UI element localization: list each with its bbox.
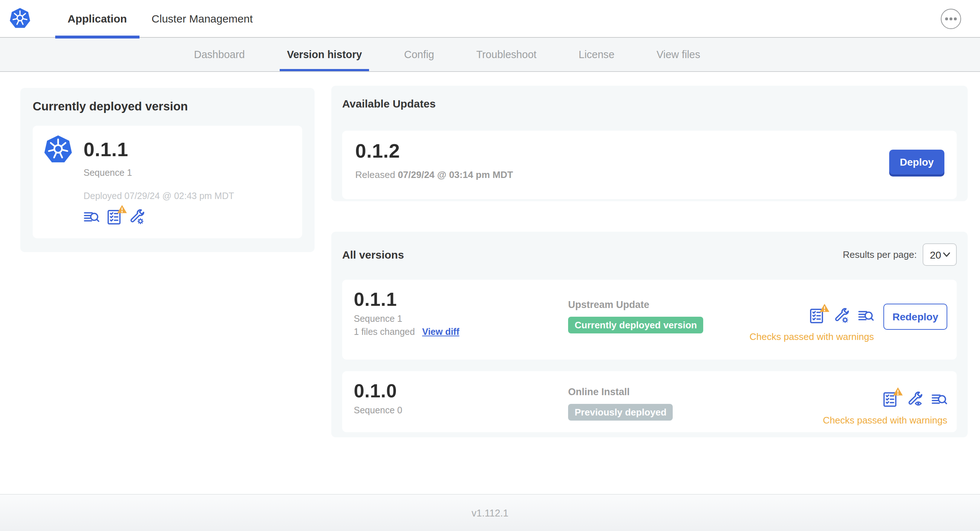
current-version-deployed-timestamp: Deployed 07/29/24 @ 02:43 pm MDT <box>84 191 292 201</box>
currently-deployed-card: Currently deployed version 0.1.1 Sequenc… <box>20 88 315 252</box>
current-version-sequence: Sequence 1 <box>84 168 292 178</box>
row-sequence: Sequence 0 <box>354 405 402 415</box>
subnav-item-version-history[interactable]: Version history <box>280 38 369 71</box>
deploy-button[interactable]: Deploy <box>889 149 944 174</box>
subnav-item-troubleshoot[interactable]: Troubleshoot <box>469 38 544 71</box>
ellipsis-icon <box>945 18 948 20</box>
warning-triangle-icon <box>893 386 903 396</box>
row-files-changed: 1 files changed <box>354 327 415 337</box>
update-row: 0.1.2 Released 07/29/24 @ 03:14 pm MDT D… <box>342 131 957 199</box>
redeploy-button[interactable]: Redeploy <box>883 304 947 330</box>
logs-icon[interactable] <box>84 209 100 225</box>
available-updates-title: Available Updates <box>342 97 957 110</box>
subnav-item-view-files[interactable]: View files <box>649 38 708 71</box>
logs-icon[interactable] <box>931 391 947 407</box>
status-badge-previously-deployed: Previously deployed <box>568 404 673 421</box>
preflight-status-text: Checks passed with warnings <box>750 331 874 342</box>
subnav-item-license[interactable]: License <box>571 38 622 71</box>
more-menu-button[interactable] <box>941 9 961 29</box>
subnav-item-config[interactable]: Config <box>397 38 442 71</box>
results-per-page-label: Results per page: <box>843 249 917 260</box>
preflight-checks-icon[interactable] <box>882 391 898 407</box>
row-source-label: Online Install <box>568 386 673 397</box>
header-tabs: Application Cluster Management <box>55 0 265 37</box>
update-released-timestamp: Released 07/29/24 @ 03:14 pm MDT <box>355 169 944 180</box>
preflight-status-text: Checks passed with warnings <box>823 415 948 426</box>
update-version-number: 0.1.2 <box>355 140 944 163</box>
config-wrench-gear-icon[interactable] <box>833 308 849 324</box>
kubernetes-logo-icon <box>9 7 31 30</box>
warning-triangle-icon <box>819 303 830 312</box>
results-per-page-select[interactable]: 20 <box>923 243 957 266</box>
row-action-icons <box>808 308 874 324</box>
preflight-checks-icon[interactable] <box>106 209 122 225</box>
results-per-page-value: 20 <box>930 249 941 261</box>
currently-deployed-title: Currently deployed version <box>33 100 302 113</box>
results-per-page: Results per page: 20 <box>843 243 957 266</box>
row-source-label: Upstream Update <box>568 299 703 310</box>
current-version-number: 0.1.1 <box>84 138 128 161</box>
current-version-actions <box>84 209 292 225</box>
warning-triangle-icon <box>117 204 127 213</box>
subnav-item-dashboard[interactable]: Dashboard <box>187 38 252 71</box>
version-row-0-1-0: 0.1.0 Sequence 0 Online Install Previous… <box>342 371 957 432</box>
app-footer: v1.112.1 <box>0 494 980 531</box>
row-action-icons <box>882 391 947 407</box>
all-versions-title: All versions <box>342 248 404 261</box>
tab-cluster-management-label: Cluster Management <box>151 12 253 24</box>
app-header: Application Cluster Management <box>0 0 980 38</box>
row-sequence: Sequence 1 <box>354 314 460 324</box>
row-version-number: 0.1.0 <box>354 380 402 402</box>
app-subnav: Dashboard Version history Config Trouble… <box>0 38 980 72</box>
version-row-0-1-1: 0.1.1 Sequence 1 1 files changed View di… <box>342 280 957 359</box>
chevron-down-icon <box>943 252 950 257</box>
all-versions-card: All versions Results per page: 20 0.1.1 … <box>331 232 968 437</box>
config-wrench-eye-icon[interactable] <box>907 391 923 407</box>
available-updates-card: Available Updates 0.1.2 Released 07/29/2… <box>331 86 968 201</box>
kots-admin-console: Application Cluster Management Dashboard… <box>0 0 980 531</box>
status-badge-currently-deployed: Currently deployed version <box>568 317 703 334</box>
config-wrench-gear-icon[interactable] <box>129 209 145 225</box>
view-diff-link[interactable]: View diff <box>422 327 459 337</box>
currently-deployed-version-panel: 0.1.1 Sequence 1 Deployed 07/29/24 @ 02:… <box>33 126 302 238</box>
tab-cluster-management[interactable]: Cluster Management <box>139 0 265 37</box>
tab-application[interactable]: Application <box>55 0 139 37</box>
logs-icon[interactable] <box>858 308 874 324</box>
console-version: v1.112.1 <box>471 508 509 519</box>
preflight-checks-icon[interactable] <box>808 308 824 324</box>
tab-application-label: Application <box>68 12 127 24</box>
app-kubernetes-icon <box>43 134 73 165</box>
version-history-page: Currently deployed version 0.1.1 Sequenc… <box>0 72 980 494</box>
row-version-number: 0.1.1 <box>354 288 460 311</box>
